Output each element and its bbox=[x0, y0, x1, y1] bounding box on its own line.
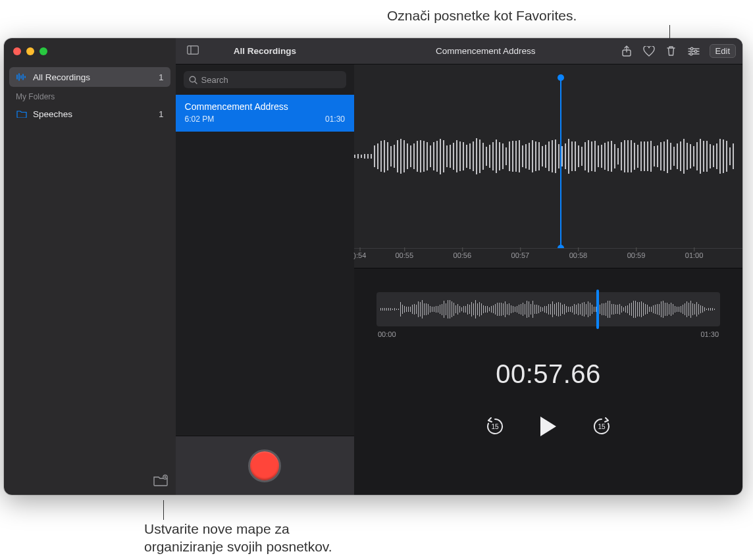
play-button[interactable] bbox=[538, 415, 558, 440]
sidebar-item-all-recordings[interactable]: All Recordings 1 bbox=[9, 67, 170, 87]
ruler-tick: 00:57 bbox=[511, 251, 530, 259]
playhead[interactable] bbox=[560, 78, 561, 248]
page-title: Commencement Address bbox=[361, 46, 611, 56]
svg-point-16 bbox=[690, 47, 693, 50]
memo-duration: 01:30 bbox=[325, 115, 345, 124]
callout-favorite: Označi posnetke kot Favorites. bbox=[387, 7, 577, 24]
favorite-button[interactable] bbox=[642, 45, 656, 58]
sidebar-item-label: All Recordings bbox=[33, 72, 90, 82]
svg-text:15: 15 bbox=[598, 423, 606, 430]
ruler-tick: 00:59 bbox=[627, 251, 646, 259]
time-ruler: ):5400:5500:5600:5700:5800:5901:00 bbox=[354, 248, 742, 268]
ruler-tick: 00:58 bbox=[569, 251, 588, 259]
callout-new-folder: Ustvarite nove mape za organiziranje svo… bbox=[144, 520, 332, 556]
waveform-icon bbox=[16, 73, 28, 81]
overview-end: 01:30 bbox=[700, 330, 719, 338]
record-button[interactable] bbox=[248, 449, 281, 482]
window-controls bbox=[4, 38, 176, 64]
record-area bbox=[176, 436, 354, 495]
callout-favorite-text: Označi posnetke kot Favorites. bbox=[387, 8, 577, 23]
minimize-window-button[interactable] bbox=[26, 47, 34, 55]
search-icon bbox=[189, 76, 197, 84]
recording-list-pane: All Recordings Search Commencement Addre… bbox=[176, 38, 354, 495]
ruler-tick: 00:55 bbox=[395, 251, 413, 259]
time-readout: 00:57.66 bbox=[354, 359, 742, 389]
edit-button[interactable]: Edit bbox=[710, 44, 736, 58]
delete-button[interactable] bbox=[665, 45, 678, 58]
overview-labels: 00:00 01:30 bbox=[376, 330, 720, 338]
sidebar-item-label: Speeches bbox=[33, 109, 72, 119]
svg-rect-8 bbox=[188, 46, 199, 55]
sidebar-section-label: My Folders bbox=[9, 87, 170, 104]
close-window-button[interactable] bbox=[13, 47, 21, 55]
sidebar-item-count: 1 bbox=[159, 109, 164, 119]
sidebar-nav: All Recordings 1 My Folders Speeches 1 bbox=[4, 64, 176, 469]
svg-line-11 bbox=[195, 82, 197, 84]
svg-text:15: 15 bbox=[491, 423, 499, 430]
toggle-sidebar-button[interactable] bbox=[187, 45, 199, 57]
waveform-zoom[interactable]: ):5400:5500:5600:5700:5800:5901:00 bbox=[354, 64, 742, 268]
svg-point-17 bbox=[694, 50, 697, 53]
share-button[interactable] bbox=[620, 45, 633, 58]
waveform-overview[interactable] bbox=[376, 292, 720, 326]
folder-icon bbox=[16, 110, 28, 118]
overview-start: 00:00 bbox=[378, 330, 396, 338]
overview-wrap: 00:00 01:30 bbox=[354, 268, 742, 345]
callout-line bbox=[163, 500, 164, 520]
memo-title: Commencement Address bbox=[185, 101, 345, 112]
search-input[interactable]: Search bbox=[184, 71, 346, 88]
transport-controls: 15 15 bbox=[354, 415, 742, 440]
ruler-tick: 00:56 bbox=[454, 251, 472, 259]
sidebar: All Recordings 1 My Folders Speeches 1 bbox=[4, 38, 176, 495]
list-header: All Recordings bbox=[176, 38, 354, 64]
settings-button[interactable] bbox=[687, 45, 700, 58]
ruler-tick: ):54 bbox=[353, 251, 366, 259]
detail-toolbar: Commencement Address Edit bbox=[354, 38, 742, 64]
svg-point-18 bbox=[690, 53, 692, 55]
callout-new-folder-line1: Ustvarite nove mape za bbox=[144, 521, 290, 536]
zoom-window-button[interactable] bbox=[39, 47, 47, 55]
app-window: All Recordings 1 My Folders Speeches 1 bbox=[4, 38, 742, 495]
memo-time: 6:02 PM bbox=[185, 115, 215, 124]
list-header-title: All Recordings bbox=[234, 46, 296, 56]
sidebar-footer bbox=[4, 469, 176, 495]
search-placeholder: Search bbox=[201, 75, 228, 85]
overview-playhead[interactable] bbox=[596, 290, 599, 329]
waveform-canvas bbox=[354, 64, 742, 248]
memo-list: Commencement Address 6:02 PM 01:30 bbox=[176, 95, 354, 436]
callout-new-folder-line2: organiziranje svojih posnetkov. bbox=[144, 539, 332, 554]
search-wrap: Search bbox=[176, 64, 354, 95]
memo-item[interactable]: Commencement Address 6:02 PM 01:30 bbox=[176, 95, 354, 132]
new-folder-button[interactable] bbox=[153, 474, 168, 489]
sidebar-item-count: 1 bbox=[159, 72, 164, 82]
skip-back-button[interactable]: 15 bbox=[484, 416, 506, 440]
ruler-tick: 01:00 bbox=[685, 251, 704, 259]
detail-pane: Commencement Address Edit ):5400:5500:56… bbox=[354, 38, 742, 495]
memo-meta: 6:02 PM 01:30 bbox=[185, 115, 345, 124]
sidebar-item-folder[interactable]: Speeches 1 bbox=[9, 104, 170, 124]
skip-forward-button[interactable]: 15 bbox=[591, 416, 612, 440]
